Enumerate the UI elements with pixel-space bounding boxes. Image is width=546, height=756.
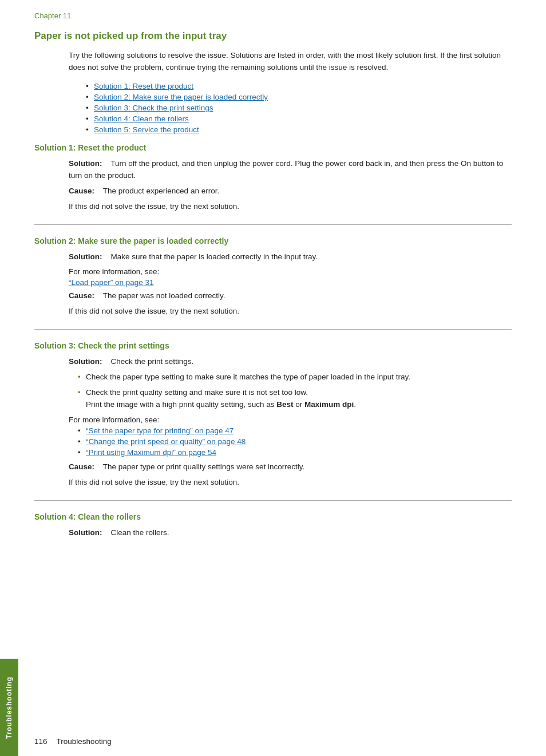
- solution3-for-more-info: For more information, see:: [69, 415, 512, 424]
- page-number: 116: [34, 737, 48, 746]
- page-footer: 116 Troubleshooting: [34, 737, 112, 746]
- solution3-if-not-solved: If this did not solve the issue, try the…: [69, 477, 512, 489]
- sidebar-label: Troubleshooting: [5, 676, 13, 739]
- solution3-links-list: “Set the paper type for printing” on pag…: [78, 426, 512, 457]
- toc-link-3[interactable]: Solution 3: Check the print settings: [94, 104, 213, 112]
- solution2-section: Solution 2: Make sure the paper is loade…: [34, 236, 512, 318]
- toc-link-2[interactable]: Solution 2: Make sure the paper is loade…: [94, 93, 268, 101]
- solution2-cause-text: The paper was not loaded correctly.: [103, 291, 225, 300]
- divider-1: [34, 224, 512, 225]
- solution2-if-not-solved: If this did not solve the issue, try the…: [69, 306, 512, 318]
- toc-link-4[interactable]: Solution 4: Clean the rollers: [94, 114, 189, 123]
- solution1-cause: Cause: The product experienced an error.: [69, 185, 512, 197]
- solution3-link-1[interactable]: “Set the paper type for printing” on pag…: [86, 426, 234, 435]
- toc-link-5[interactable]: Solution 5: Service the product: [94, 125, 199, 134]
- page-title: Paper is not picked up from the input tr…: [34, 30, 512, 42]
- solution2-text: Make sure that the paper is loaded corre…: [111, 252, 318, 261]
- solution1-cause-label: Cause:: [69, 187, 94, 195]
- solution1-heading: Solution 1: Reset the product: [34, 143, 512, 152]
- solution3-link-3[interactable]: “Print using Maximum dpi” on page 54: [86, 448, 216, 457]
- solution4-text-block: Solution: Clean the rollers.: [69, 527, 512, 539]
- divider-2: [34, 329, 512, 330]
- solution1-if-not-solved: If this did not solve the issue, try the…: [69, 201, 512, 213]
- solution3-link-item-3[interactable]: “Print using Maximum dpi” on page 54: [78, 448, 512, 457]
- solution2-content: Solution: Make sure that the paper is lo…: [69, 251, 512, 318]
- chapter-label: Chapter 11: [34, 11, 512, 20]
- solution3-bullet-2: Check the print quality setting and make…: [78, 387, 512, 411]
- toc-item-2[interactable]: Solution 2: Make sure the paper is loade…: [86, 93, 512, 101]
- intro-paragraph: Try the following solutions to resolve t…: [69, 50, 512, 74]
- toc-item-1[interactable]: Solution 1: Reset the product: [86, 82, 512, 90]
- solution4-section: Solution 4: Clean the rollers Solution: …: [34, 512, 512, 539]
- solution3-link-item-2[interactable]: “Change the print speed or quality” on p…: [78, 437, 512, 446]
- solution4-label: Solution:: [69, 528, 102, 537]
- toc-item-3[interactable]: Solution 3: Check the print settings: [86, 104, 512, 112]
- solution1-cause-text: The product experienced an error.: [103, 187, 219, 195]
- toc-item-5[interactable]: Solution 5: Service the product: [86, 125, 512, 134]
- solution2-heading: Solution 2: Make sure the paper is loade…: [34, 236, 512, 246]
- solution3-text-block: Solution: Check the print settings.: [69, 356, 512, 368]
- solution2-link[interactable]: “Load paper” on page 31: [69, 278, 154, 287]
- sidebar-bar: Troubleshooting: [0, 659, 18, 756]
- divider-3: [34, 500, 512, 501]
- solution1-content: Solution: Turn off the product, and then…: [69, 158, 512, 213]
- solution4-heading: Solution 4: Clean the rollers: [34, 512, 512, 521]
- solution3-bullets: Check the paper type setting to make sur…: [78, 371, 512, 411]
- solution3-section: Solution 3: Check the print settings Sol…: [34, 341, 512, 489]
- solution2-label: Solution:: [69, 252, 102, 261]
- solution1-section: Solution 1: Reset the product Solution: …: [34, 143, 512, 213]
- solution4-content: Solution: Clean the rollers.: [69, 527, 512, 539]
- solution3-cause: Cause: The paper type or print quality s…: [69, 461, 512, 473]
- toc-list: Solution 1: Reset the product Solution 2…: [86, 82, 512, 134]
- solution3-solution-text: Check the print settings.: [111, 357, 194, 366]
- solution2-cause-label: Cause:: [69, 291, 94, 300]
- solution1-label: Solution:: [69, 159, 102, 168]
- toc-link-1[interactable]: Solution 1: Reset the product: [94, 82, 193, 90]
- toc-item-4[interactable]: Solution 4: Clean the rollers: [86, 114, 512, 123]
- solution3-link-item-1[interactable]: “Set the paper type for printing” on pag…: [78, 426, 512, 435]
- solution2-text-block: Solution: Make sure that the paper is lo…: [69, 251, 512, 263]
- solution3-cause-text: The paper type or print quality settings…: [103, 462, 304, 471]
- solution3-link-2[interactable]: “Change the print speed or quality” on p…: [86, 437, 246, 446]
- solution3-bullet-1: Check the paper type setting to make sur…: [78, 371, 512, 383]
- solution3-cause-label: Cause:: [69, 462, 94, 471]
- solution3-heading: Solution 3: Check the print settings: [34, 341, 512, 350]
- solution2-for-more-info: For more information, see:: [69, 267, 512, 276]
- solution3-content: Solution: Check the print settings. Chec…: [69, 356, 512, 489]
- footer-chapter: Troubleshooting: [57, 737, 112, 746]
- solution2-cause: Cause: The paper was not loaded correctl…: [69, 290, 512, 302]
- solution3-label: Solution:: [69, 357, 102, 366]
- solution1-text-block: Solution: Turn off the product, and then…: [69, 158, 512, 182]
- solution1-text: Turn off the product, and then unplug th…: [69, 159, 503, 180]
- solution4-text: Clean the rollers.: [111, 528, 169, 537]
